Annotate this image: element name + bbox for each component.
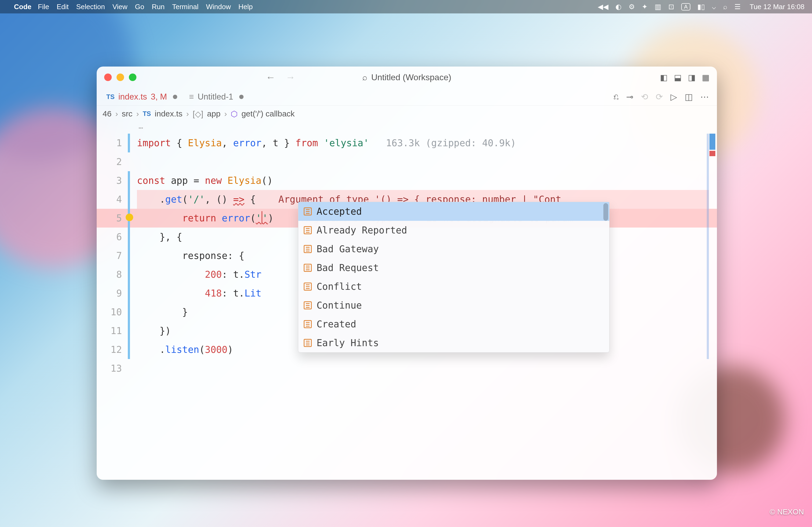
menu-run[interactable]: Run: [152, 3, 164, 11]
line-number[interactable]: 1: [97, 134, 126, 152]
code-editor[interactable]: ⋯ 1 2 3 4 5 6 7 8 9 10 11 12 13 import {…: [97, 122, 717, 480]
status-icon-1[interactable]: ◐: [615, 3, 622, 11]
code-line[interactable]: [137, 152, 709, 171]
control-center-icon[interactable]: ☰: [735, 3, 741, 11]
battery-icon[interactable]: ▮▯: [697, 3, 705, 11]
line-number-gutter[interactable]: 1 2 3 4 5 6 7 8 9 10 11 12 13: [97, 134, 126, 378]
line-number[interactable]: 7: [97, 246, 126, 265]
import-cost-hint: 163.3k (gzipped: 40.9k): [386, 138, 516, 148]
tab-dirty-indicator: [239, 95, 244, 99]
zoom-window-button[interactable]: [129, 74, 136, 81]
line-number[interactable]: 5: [97, 209, 126, 228]
intellisense-suggest-widget[interactable]: Accepted Already Reported Bad Gateway Ba…: [298, 202, 610, 352]
git-next-change-icon[interactable]: ⟳: [656, 92, 663, 102]
menu-window[interactable]: Window: [206, 3, 231, 11]
window-titlebar[interactable]: ← → ⌕ Untitled (Workspace) ◧ ⬓ ◨ ▦: [97, 66, 717, 88]
layout-customize-icon[interactable]: ▦: [702, 73, 709, 82]
menu-terminal[interactable]: Terminal: [172, 3, 199, 11]
layout-sidebar-right-icon[interactable]: ◨: [688, 73, 695, 82]
keyboard-input-icon[interactable]: A: [681, 3, 690, 11]
wifi-icon[interactable]: ⌵: [712, 3, 716, 11]
tab-untitled-1[interactable]: ≡ Untitled-1: [183, 88, 249, 105]
suggestion-label: Continue: [317, 300, 362, 311]
layout-panel-icon[interactable]: ⬓: [674, 73, 682, 82]
status-icon-3[interactable]: ✦: [642, 3, 648, 11]
menu-selection[interactable]: Selection: [76, 3, 105, 11]
menu-file[interactable]: File: [38, 3, 49, 11]
line-number[interactable]: 12: [97, 340, 126, 359]
close-window-button[interactable]: [104, 74, 112, 81]
nav-forward-icon[interactable]: →: [286, 72, 295, 83]
breadcrumb-file[interactable]: index.ts: [155, 109, 182, 118]
symbol-enum-member-icon: [304, 245, 312, 253]
spotlight-icon[interactable]: ⌕: [723, 3, 727, 11]
suggestion-item[interactable]: Conflict: [298, 277, 609, 296]
folded-region-indicator[interactable]: ⋯: [139, 123, 144, 132]
git-commit-icon[interactable]: ⊸: [626, 92, 634, 102]
symbol-variable-icon: [◇]: [192, 109, 203, 119]
minimize-window-button[interactable]: [117, 74, 124, 81]
text-file-icon: ≡: [189, 92, 194, 102]
search-icon[interactable]: ⌕: [362, 73, 367, 82]
tab-problems-meta: 3, M: [151, 92, 167, 102]
wallpaper-copyright: © NEXON: [770, 508, 804, 516]
nav-back-icon[interactable]: ←: [266, 72, 276, 83]
code-line[interactable]: const app = new Elysia(): [137, 171, 709, 190]
line-number[interactable]: 2: [97, 152, 126, 171]
symbol-enum-member-icon: [304, 339, 312, 347]
split-editor-icon[interactable]: ◫: [685, 92, 693, 102]
suggestion-item[interactable]: Early Hints: [298, 333, 609, 352]
code-line[interactable]: [137, 359, 709, 378]
line-number[interactable]: 10: [97, 303, 126, 321]
menu-go[interactable]: Go: [135, 3, 144, 11]
menubar-clock[interactable]: Tue 12 Mar 16:08: [750, 3, 804, 11]
minimap[interactable]: [707, 134, 709, 359]
line-number[interactable]: 6: [97, 228, 126, 246]
rewind-icon[interactable]: ◀◀: [598, 3, 608, 11]
code-line[interactable]: import { Elysia, error, t } from 'elysia…: [137, 134, 709, 152]
line-number[interactable]: 8: [97, 265, 126, 284]
breadcrumb[interactable]: 46 › src › TS index.ts › [◇] app › ⬡ get…: [97, 106, 717, 122]
window-controls: [104, 74, 136, 81]
run-icon[interactable]: ▷: [670, 92, 677, 102]
menu-view[interactable]: View: [113, 3, 128, 11]
line-number[interactable]: 9: [97, 284, 126, 303]
suggestion-item[interactable]: Bad Gateway: [298, 240, 609, 258]
lightbulb-icon[interactable]: [126, 214, 133, 221]
status-icon-2[interactable]: ⚙: [628, 3, 635, 11]
suggestion-label: Bad Request: [317, 262, 379, 273]
git-prev-change-icon[interactable]: ⟲: [641, 92, 648, 102]
breadcrumb-symbol[interactable]: get('/') callback: [242, 109, 294, 118]
line-number[interactable]: 11: [97, 321, 126, 340]
menu-edit[interactable]: Edit: [57, 3, 69, 11]
suggestion-item[interactable]: Continue: [298, 296, 609, 315]
line-number[interactable]: 4: [97, 190, 126, 209]
breadcrumb-line-count: 46: [103, 109, 112, 118]
more-actions-icon[interactable]: ⋯: [700, 92, 709, 102]
status-icon-4[interactable]: ▥: [655, 3, 661, 11]
suggestion-item[interactable]: Accepted: [298, 202, 609, 221]
status-icon-5[interactable]: ⊡: [668, 3, 674, 11]
breadcrumb-folder[interactable]: src: [122, 109, 132, 118]
suggestion-scrollbar[interactable]: [603, 203, 608, 221]
app-menu[interactable]: Code: [14, 3, 31, 11]
suggestion-item[interactable]: Already Reported: [298, 221, 609, 240]
symbol-method-icon: ⬡: [231, 109, 238, 119]
suggestion-item[interactable]: Created: [298, 315, 609, 333]
layout-sidebar-left-icon[interactable]: ◧: [660, 73, 668, 82]
typescript-file-icon: TS: [106, 93, 115, 101]
suggestion-item[interactable]: Bad Request: [298, 258, 609, 277]
chevron-right-icon: ›: [115, 109, 118, 118]
suggestion-label: Created: [317, 319, 356, 330]
tab-index-ts[interactable]: TS index.ts 3, M: [100, 88, 183, 105]
line-number[interactable]: 3: [97, 171, 126, 190]
symbol-enum-member-icon: [304, 283, 312, 291]
menu-help[interactable]: Help: [238, 3, 253, 11]
window-title[interactable]: Untitled (Workspace): [371, 73, 451, 82]
line-number[interactable]: 13: [97, 359, 126, 378]
suggestion-label: Bad Gateway: [317, 244, 379, 254]
git-compare-icon[interactable]: ⎌: [613, 92, 619, 102]
symbol-enum-member-icon: [304, 226, 312, 234]
symbol-enum-member-icon: [304, 264, 312, 272]
breadcrumb-symbol[interactable]: app: [207, 109, 220, 118]
